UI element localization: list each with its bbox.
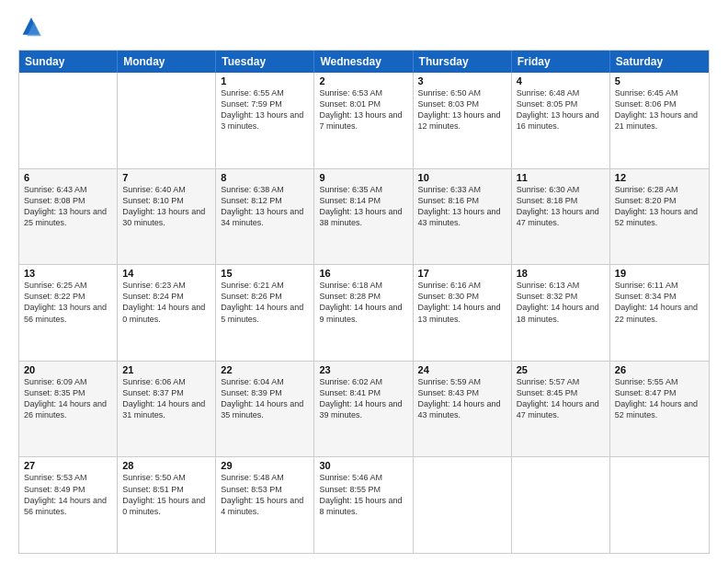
day-info: Sunrise: 6:06 AM Sunset: 8:37 PM Dayligh… (122, 376, 210, 421)
calendar-cell: 1Sunrise: 6:55 AM Sunset: 7:59 PM Daylig… (216, 73, 314, 168)
day-number: 3 (418, 75, 506, 86)
calendar-header-cell: Wednesday (314, 51, 413, 73)
calendar-cell: 12Sunrise: 6:28 AM Sunset: 8:20 PM Dayli… (610, 169, 709, 265)
calendar-cell: 10Sunrise: 6:33 AM Sunset: 8:16 PM Dayli… (414, 169, 512, 265)
calendar-cell: 23Sunrise: 6:02 AM Sunset: 8:41 PM Dayli… (314, 362, 413, 457)
day-info: Sunrise: 6:55 AM Sunset: 7:59 PM Dayligh… (221, 87, 309, 132)
day-number: 8 (221, 172, 309, 183)
day-info: Sunrise: 6:16 AM Sunset: 8:30 PM Dayligh… (418, 280, 506, 325)
calendar-cell: 30Sunrise: 5:46 AM Sunset: 8:55 PM Dayli… (314, 457, 413, 553)
calendar-cell: 4Sunrise: 6:48 AM Sunset: 8:05 PM Daylig… (512, 73, 610, 168)
day-info: Sunrise: 6:53 AM Sunset: 8:01 PM Dayligh… (319, 87, 407, 132)
day-number: 12 (615, 172, 704, 183)
day-info: Sunrise: 6:28 AM Sunset: 8:20 PM Dayligh… (615, 184, 704, 229)
calendar-cell (512, 457, 610, 553)
day-number: 23 (319, 364, 407, 375)
calendar-cell: 19Sunrise: 6:11 AM Sunset: 8:34 PM Dayli… (610, 265, 709, 361)
day-info: Sunrise: 6:30 AM Sunset: 8:18 PM Dayligh… (517, 184, 605, 229)
day-number: 11 (517, 172, 605, 183)
logo (18, 15, 48, 40)
day-info: Sunrise: 5:46 AM Sunset: 8:55 PM Dayligh… (319, 472, 407, 517)
calendar-cell: 6Sunrise: 6:43 AM Sunset: 8:08 PM Daylig… (19, 169, 118, 265)
day-info: Sunrise: 6:11 AM Sunset: 8:34 PM Dayligh… (615, 280, 704, 325)
day-info: Sunrise: 6:23 AM Sunset: 8:24 PM Dayligh… (122, 280, 210, 325)
day-number: 29 (221, 460, 309, 471)
day-number: 19 (615, 268, 704, 279)
calendar-header-cell: Thursday (414, 51, 512, 73)
page: SundayMondayTuesdayWednesdayThursdayFrid… (0, 0, 728, 563)
day-info: Sunrise: 6:25 AM Sunset: 8:22 PM Dayligh… (24, 280, 112, 325)
day-number: 27 (24, 460, 112, 471)
day-number: 22 (221, 364, 309, 375)
day-info: Sunrise: 6:50 AM Sunset: 8:03 PM Dayligh… (418, 87, 506, 132)
day-number: 24 (418, 364, 506, 375)
day-info: Sunrise: 6:38 AM Sunset: 8:12 PM Dayligh… (221, 184, 309, 229)
calendar-cell (610, 457, 709, 553)
day-number: 6 (24, 172, 112, 183)
day-info: Sunrise: 6:21 AM Sunset: 8:26 PM Dayligh… (221, 280, 309, 325)
day-number: 9 (319, 172, 407, 183)
calendar-header-cell: Monday (118, 51, 216, 73)
day-number: 10 (418, 172, 506, 183)
day-info: Sunrise: 6:04 AM Sunset: 8:39 PM Dayligh… (221, 376, 309, 421)
day-info: Sunrise: 5:55 AM Sunset: 8:47 PM Dayligh… (615, 376, 704, 421)
day-number: 7 (122, 172, 210, 183)
calendar-header-row: SundayMondayTuesdayWednesdayThursdayFrid… (19, 51, 709, 73)
calendar-cell: 28Sunrise: 5:50 AM Sunset: 8:51 PM Dayli… (118, 457, 216, 553)
header (18, 15, 710, 40)
logo-icon (18, 15, 44, 40)
calendar-cell: 21Sunrise: 6:06 AM Sunset: 8:37 PM Dayli… (118, 362, 216, 457)
day-info: Sunrise: 5:48 AM Sunset: 8:53 PM Dayligh… (221, 472, 309, 517)
day-number: 14 (122, 268, 210, 279)
day-number: 30 (319, 460, 407, 471)
day-number: 18 (517, 268, 605, 279)
calendar-cell: 26Sunrise: 5:55 AM Sunset: 8:47 PM Dayli… (610, 362, 709, 457)
calendar-row: 13Sunrise: 6:25 AM Sunset: 8:22 PM Dayli… (19, 264, 709, 361)
day-number: 25 (517, 364, 605, 375)
day-info: Sunrise: 6:18 AM Sunset: 8:28 PM Dayligh… (319, 280, 407, 325)
calendar-cell: 22Sunrise: 6:04 AM Sunset: 8:39 PM Dayli… (216, 362, 314, 457)
day-number: 1 (221, 75, 309, 86)
calendar-cell: 11Sunrise: 6:30 AM Sunset: 8:18 PM Dayli… (512, 169, 610, 265)
day-info: Sunrise: 6:13 AM Sunset: 8:32 PM Dayligh… (517, 280, 605, 325)
calendar-cell: 27Sunrise: 5:53 AM Sunset: 8:49 PM Dayli… (19, 457, 118, 553)
calendar-row: 27Sunrise: 5:53 AM Sunset: 8:49 PM Dayli… (19, 456, 709, 553)
day-info: Sunrise: 5:50 AM Sunset: 8:51 PM Dayligh… (122, 472, 210, 517)
calendar-cell: 18Sunrise: 6:13 AM Sunset: 8:32 PM Dayli… (512, 265, 610, 361)
calendar-cell (19, 73, 118, 168)
calendar-cell: 29Sunrise: 5:48 AM Sunset: 8:53 PM Dayli… (216, 457, 314, 553)
day-info: Sunrise: 6:40 AM Sunset: 8:10 PM Dayligh… (122, 184, 210, 229)
calendar-cell: 9Sunrise: 6:35 AM Sunset: 8:14 PM Daylig… (314, 169, 413, 265)
calendar-cell: 17Sunrise: 6:16 AM Sunset: 8:30 PM Dayli… (414, 265, 512, 361)
calendar-cell: 20Sunrise: 6:09 AM Sunset: 8:35 PM Dayli… (19, 362, 118, 457)
calendar-header-cell: Saturday (610, 51, 709, 73)
day-number: 26 (615, 364, 704, 375)
calendar-header-cell: Friday (512, 51, 610, 73)
day-number: 5 (615, 75, 704, 86)
day-number: 20 (24, 364, 112, 375)
day-info: Sunrise: 6:33 AM Sunset: 8:16 PM Dayligh… (418, 184, 506, 229)
day-info: Sunrise: 5:57 AM Sunset: 8:45 PM Dayligh… (517, 376, 605, 421)
day-number: 16 (319, 268, 407, 279)
calendar-row: 20Sunrise: 6:09 AM Sunset: 8:35 PM Dayli… (19, 361, 709, 457)
calendar-header-cell: Tuesday (216, 51, 314, 73)
day-info: Sunrise: 5:53 AM Sunset: 8:49 PM Dayligh… (24, 472, 112, 517)
day-info: Sunrise: 5:59 AM Sunset: 8:43 PM Dayligh… (418, 376, 506, 421)
day-info: Sunrise: 6:35 AM Sunset: 8:14 PM Dayligh… (319, 184, 407, 229)
calendar-cell: 8Sunrise: 6:38 AM Sunset: 8:12 PM Daylig… (216, 169, 314, 265)
day-number: 17 (418, 268, 506, 279)
calendar-cell: 15Sunrise: 6:21 AM Sunset: 8:26 PM Dayli… (216, 265, 314, 361)
day-info: Sunrise: 6:02 AM Sunset: 8:41 PM Dayligh… (319, 376, 407, 421)
day-number: 2 (319, 75, 407, 86)
calendar-body: 1Sunrise: 6:55 AM Sunset: 7:59 PM Daylig… (19, 73, 709, 553)
calendar-cell (414, 457, 512, 553)
calendar-cell: 13Sunrise: 6:25 AM Sunset: 8:22 PM Dayli… (19, 265, 118, 361)
calendar-cell: 16Sunrise: 6:18 AM Sunset: 8:28 PM Dayli… (314, 265, 413, 361)
calendar-row: 6Sunrise: 6:43 AM Sunset: 8:08 PM Daylig… (19, 168, 709, 265)
calendar: SundayMondayTuesdayWednesdayThursdayFrid… (18, 50, 710, 554)
calendar-cell: 3Sunrise: 6:50 AM Sunset: 8:03 PM Daylig… (414, 73, 512, 168)
calendar-cell (118, 73, 216, 168)
calendar-cell: 7Sunrise: 6:40 AM Sunset: 8:10 PM Daylig… (118, 169, 216, 265)
day-info: Sunrise: 6:45 AM Sunset: 8:06 PM Dayligh… (615, 87, 704, 132)
calendar-row: 1Sunrise: 6:55 AM Sunset: 7:59 PM Daylig… (19, 73, 709, 168)
